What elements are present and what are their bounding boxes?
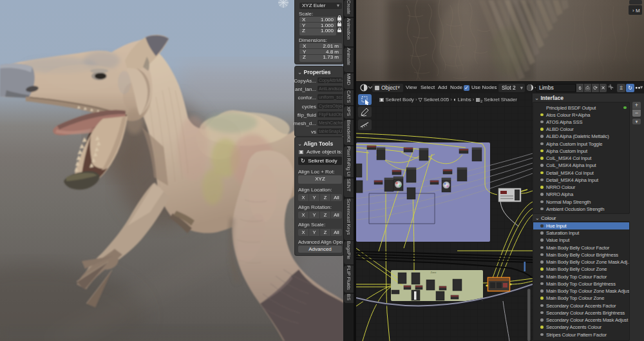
svg-text:› M: › M [632, 8, 640, 14]
svg-text:Zone: Zone [430, 271, 437, 274]
